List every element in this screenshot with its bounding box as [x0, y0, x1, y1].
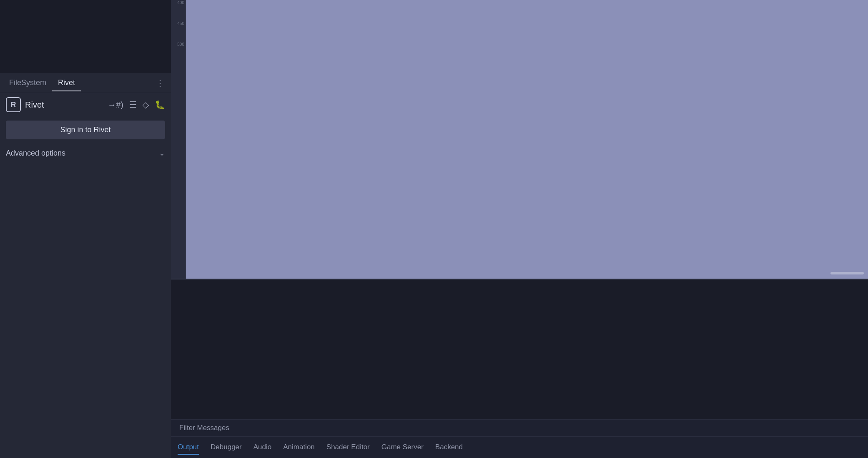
- tab-shader-editor[interactable]: Shader Editor: [326, 440, 370, 455]
- advanced-options-label: Advanced options: [6, 149, 65, 158]
- bottom-tabs: Output Debugger Audio Animation Shader E…: [171, 436, 868, 458]
- rivet-logo: R: [6, 97, 21, 112]
- ruler-marks: 400 450 500: [171, 0, 186, 63]
- tab-filesystem[interactable]: FileSystem: [3, 75, 52, 91]
- tab-audio[interactable]: Audio: [253, 440, 271, 455]
- advanced-options-row[interactable]: Advanced options ⌄: [0, 143, 171, 163]
- main-viewport[interactable]: [186, 0, 868, 279]
- ruler-mark-500: 500: [171, 42, 186, 63]
- sign-in-icon[interactable]: →#): [108, 100, 123, 110]
- output-area: [171, 279, 868, 419]
- document-icon[interactable]: ☰: [129, 100, 137, 110]
- ruler-mark-400: 400: [171, 0, 186, 21]
- tab-debugger[interactable]: Debugger: [211, 440, 242, 455]
- viewport-area: 400 450 500: [171, 0, 868, 279]
- sign-in-button[interactable]: Sign in to Rivet: [6, 121, 165, 139]
- tab-rivet[interactable]: Rivet: [52, 75, 81, 91]
- tab-backend[interactable]: Backend: [435, 440, 463, 455]
- right-panel: 400 450 500 Filter Messages Output Debug…: [171, 0, 868, 458]
- tabs-bar: FileSystem Rivet ⋮: [0, 73, 171, 93]
- left-panel: FileSystem Rivet ⋮ R Rivet →#) ☰ ◇ 🐛 Sig…: [0, 0, 171, 458]
- more-menu-button[interactable]: ⋮: [153, 76, 168, 90]
- tab-game-server[interactable]: Game Server: [381, 440, 424, 455]
- left-content-area: [0, 163, 171, 458]
- viewport-scrollbar[interactable]: [830, 272, 864, 274]
- chevron-down-icon: ⌄: [159, 148, 165, 158]
- rivet-action-icons: →#) ☰ ◇ 🐛: [108, 100, 165, 110]
- tab-animation[interactable]: Animation: [283, 440, 315, 455]
- bottom-panel: Filter Messages Output Debugger Audio An…: [171, 279, 868, 458]
- ruler-mark-450: 450: [171, 21, 186, 42]
- top-preview-area: [0, 0, 171, 73]
- ruler-vertical: 400 450 500: [171, 0, 186, 279]
- tab-output[interactable]: Output: [178, 440, 199, 455]
- filter-messages-label: Filter Messages: [179, 424, 229, 432]
- filter-bar: Filter Messages: [171, 419, 868, 436]
- rivet-title-label: Rivet: [25, 100, 108, 110]
- bug-icon[interactable]: 🐛: [155, 100, 165, 110]
- rivet-header: R Rivet →#) ☰ ◇ 🐛: [0, 93, 171, 116]
- discord-icon[interactable]: ◇: [143, 100, 149, 110]
